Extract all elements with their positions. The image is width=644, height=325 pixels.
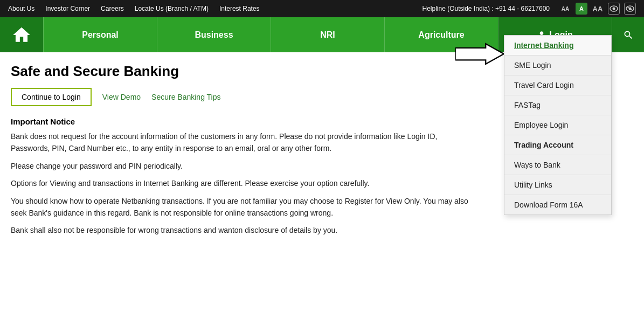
interest-rates-link[interactable]: Interest Rates <box>219 5 260 12</box>
nav-arrow-wrapper <box>455 42 504 66</box>
svg-point-1 <box>613 8 615 10</box>
continue-to-login-button[interactable]: Continue to Login <box>11 88 92 106</box>
dropdown-trading-account[interactable]: Trading Account <box>504 135 611 155</box>
notice-paragraph-0: Bank does not request for the account in… <box>11 130 474 155</box>
top-bar-links: About Us Investor Corner Careers Locate … <box>8 5 260 12</box>
nav-business[interactable]: Business <box>157 17 271 52</box>
dropdown-fastag[interactable]: FASTag <box>504 95 611 115</box>
careers-link[interactable]: Careers <box>101 5 124 12</box>
nav-personal[interactable]: Personal <box>43 17 157 52</box>
notice-paragraph-3: You should know how to operate Netbankin… <box>11 195 474 219</box>
view-demo-link[interactable]: View Demo <box>102 93 141 101</box>
important-notice-title: Important Notice <box>11 117 474 126</box>
login-dropdown: Internet Banking SME Login Travel Card L… <box>504 35 612 215</box>
dropdown-utility-links[interactable]: Utility Links <box>504 175 611 195</box>
dropdown-ways-to-bank[interactable]: Ways to Bank <box>504 155 611 175</box>
dropdown-menu: Internet Banking SME Login Travel Card L… <box>504 35 612 215</box>
svg-line-4 <box>627 6 633 11</box>
arrow-indicator <box>455 42 504 66</box>
home-button[interactable] <box>0 17 43 52</box>
investor-corner-link[interactable]: Investor Corner <box>45 5 90 12</box>
locate-us-link[interactable]: Locate Us (Branch / ATM) <box>135 5 209 12</box>
notice-paragraph-4: Bank shall also not be responsible for w… <box>11 224 474 236</box>
home-icon <box>11 25 32 45</box>
dropdown-sme-login[interactable]: SME Login <box>504 56 611 75</box>
helpline-text: Helpline (Outside India) : +91 44 - 6621… <box>423 5 550 12</box>
action-row: Continue to Login View Demo Secure Banki… <box>11 88 474 106</box>
svg-marker-5 <box>455 44 504 64</box>
font-size-aa-large[interactable]: AA <box>592 3 604 15</box>
notice-paragraph-2: Options for Viewing and transactions in … <box>11 177 474 189</box>
font-size-a[interactable]: A <box>576 3 587 15</box>
accessibility-eye-icon[interactable] <box>608 3 620 15</box>
top-bar-right: Helpline (Outside India) : +91 44 - 6621… <box>423 3 636 15</box>
dropdown-travel-card-login[interactable]: Travel Card Login <box>504 75 611 95</box>
search-icon <box>623 30 634 40</box>
secure-banking-tips-link[interactable]: Secure Banking Tips <box>151 93 220 101</box>
content-area: Safe and Secure Banking Continue to Logi… <box>0 52 485 253</box>
page-wrapper: About Us Investor Corner Careers Locate … <box>0 0 644 253</box>
notice-paragraph-1: Please change your password and PIN peri… <box>11 160 474 172</box>
nav-search[interactable] <box>612 17 644 52</box>
about-us-link[interactable]: About Us <box>8 5 34 12</box>
dropdown-internet-banking[interactable]: Internet Banking <box>504 36 611 56</box>
dropdown-employee-login[interactable]: Employee Login <box>504 115 611 135</box>
nav-nri[interactable]: NRI <box>271 17 384 52</box>
page-title: Safe and Secure Banking <box>11 63 474 80</box>
font-size-aa-small[interactable]: AA <box>559 3 571 15</box>
accessibility-eye-slash-icon[interactable] <box>624 3 636 15</box>
dropdown-download-form-16a[interactable]: Download Form 16A <box>504 195 611 215</box>
top-bar: About Us Investor Corner Careers Locate … <box>0 0 644 17</box>
